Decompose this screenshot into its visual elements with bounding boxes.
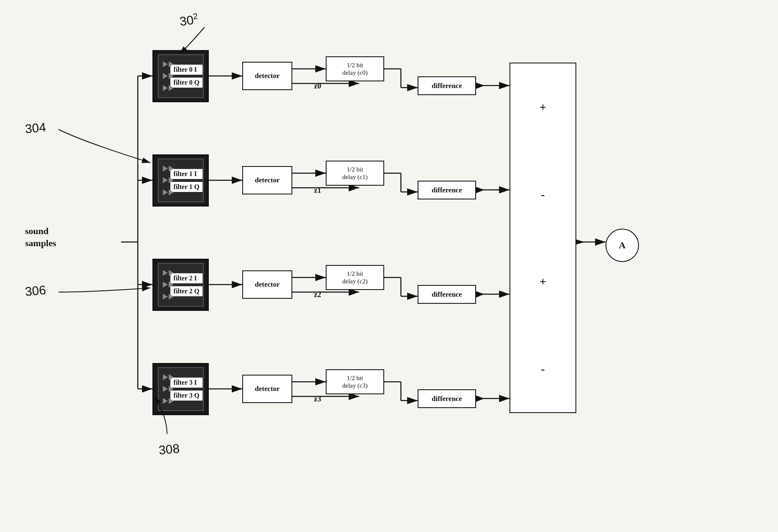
ref-302: 302 (179, 11, 199, 29)
sum-column: + - + - (509, 63, 576, 413)
filter-bank-3: filter 3 I filter 3 Q (152, 363, 209, 415)
difference-box-0: difference (418, 76, 476, 95)
filter-0q-label: filter 0 Q (170, 77, 203, 88)
delay-3-label: 1/2 bitdelay (c3) (342, 374, 367, 389)
filter-2i-label: filter 2 I (170, 273, 203, 284)
detector-2: detector (242, 270, 292, 299)
connection-lines (0, 0, 778, 532)
filter-2q-label: filter 2 Q (170, 286, 203, 297)
difference-box-1: difference (418, 181, 476, 199)
fb0-deco (162, 58, 175, 94)
delay-box-0: 1/2 bitdelay (c0) (326, 56, 384, 81)
diff-3-label: difference (432, 395, 462, 403)
filter-bank-1: filter 1 I filter 1 Q (152, 154, 209, 207)
sum-sign-1: - (541, 188, 545, 201)
z3-label: z3 (314, 395, 321, 403)
delay-1-label: 1/2 bitdelay (c1) (342, 166, 367, 181)
svg-marker-39 (476, 291, 484, 298)
detector-0-label: detector (255, 72, 279, 80)
delay-box-3: 1/2 bitdelay (c3) (326, 369, 384, 394)
svg-marker-37 (476, 83, 484, 89)
z0-label: z0 (314, 82, 321, 91)
filter-3q-label: filter 3 Q (170, 390, 203, 401)
sum-sign-2: + (540, 275, 546, 288)
filter-bank-2: filter 2 I filter 2 Q (152, 259, 209, 311)
diff-1-label: difference (432, 186, 462, 194)
fb3-deco (162, 371, 175, 407)
filter-bank-2-inner: filter 2 I filter 2 Q (158, 263, 204, 307)
delay-box-1: 1/2 bitdelay (c1) (326, 161, 384, 186)
diff-2-label: difference (432, 290, 462, 299)
filter-1i-label: filter 1 I (170, 169, 203, 179)
detector-3-label: detector (255, 385, 279, 393)
sound-samples-label: soundsamples (25, 225, 56, 249)
filter-0i-label: filter 0 I (170, 64, 203, 75)
z2-label: z2 (314, 290, 321, 299)
difference-box-2: difference (418, 285, 476, 304)
svg-marker-41 (576, 240, 585, 245)
filter-bank-3-inner: filter 3 I filter 3 Q (158, 367, 204, 411)
ref-306: 306 (25, 283, 47, 299)
ref-302-arrow (0, 0, 251, 83)
diagram-container: filter 0 I filter 0 Q filter 1 I filter … (0, 0, 778, 532)
diff-0-label: difference (432, 82, 462, 90)
detector-1: detector (242, 166, 292, 194)
output-circle: A (606, 229, 639, 262)
ref-304: 304 (25, 120, 47, 136)
detector-2-label: detector (255, 280, 279, 289)
fb2-deco (162, 267, 175, 303)
svg-marker-40 (476, 396, 484, 402)
svg-marker-38 (476, 187, 484, 193)
sum-sign-0: + (540, 101, 546, 114)
difference-box-3: difference (418, 389, 476, 408)
output-label: A (619, 240, 626, 251)
fb1-deco (162, 163, 175, 198)
ref-308: 308 (158, 441, 180, 457)
delay-2-label: 1/2 bitdelay (c2) (342, 270, 367, 285)
filter-bank-0-inner: filter 0 I filter 0 Q (158, 54, 204, 98)
detector-1-label: detector (255, 176, 279, 184)
filter-1q-label: filter 1 Q (170, 182, 203, 192)
filter-bank-0: filter 0 I filter 0 Q (152, 50, 209, 102)
delay-box-2: 1/2 bitdelay (c2) (326, 265, 384, 290)
detector-0: detector (242, 62, 292, 90)
sum-sign-3: - (541, 362, 545, 376)
filter-bank-1-inner: filter 1 I filter 1 Q (158, 159, 204, 202)
filter-3i-label: filter 3 I (170, 377, 203, 388)
delay-0-label: 1/2 bitdelay (c0) (342, 61, 367, 76)
z1-label: z1 (314, 186, 321, 195)
detector-3: detector (242, 375, 292, 403)
